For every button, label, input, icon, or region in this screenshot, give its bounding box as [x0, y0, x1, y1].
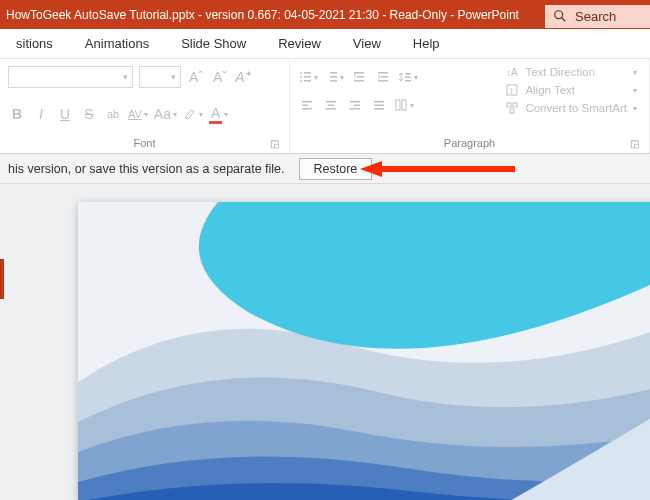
svg-rect-7: [304, 80, 311, 82]
svg-rect-15: [381, 76, 388, 78]
line-spacing-button[interactable]: ▾: [398, 66, 418, 88]
svg-rect-38: [513, 103, 517, 107]
svg-rect-16: [378, 80, 388, 82]
svg-point-0: [555, 11, 563, 19]
numbering-icon: [324, 70, 338, 84]
chevron-down-icon: ▾: [414, 73, 418, 82]
search-label: Search: [575, 9, 616, 24]
svg-rect-24: [328, 105, 334, 107]
font-color-button[interactable]: A▾: [209, 103, 228, 125]
title-bar-text: HowToGeek AutoSave Tutorial.pptx - versi…: [0, 8, 545, 22]
highlight-icon: [183, 107, 197, 121]
ribbon-body: ▾ ▾ Aˆ Aˇ A✦ B I U S ab AV▾ Aa▾ ▾ A▾ Fon…: [0, 59, 650, 154]
chevron-down-icon: ▾: [633, 104, 637, 113]
chevron-down-icon: ▾: [224, 110, 228, 119]
align-right-button[interactable]: [346, 94, 364, 116]
change-case-button[interactable]: Aa▾: [154, 103, 177, 125]
restore-message: his version, or save this version as a s…: [8, 162, 285, 176]
chevron-down-icon: ▾: [144, 110, 148, 119]
paragraph-group: ▾ ▾ ▾ ▾ ↕A Text Direction▾: [290, 59, 650, 153]
numbering-button[interactable]: ▾: [324, 66, 344, 88]
ribbon-tabs: sitions Animations Slide Show Review Vie…: [0, 29, 650, 59]
bullets-icon: [298, 70, 312, 84]
increase-font-size-button[interactable]: Aˆ: [187, 66, 205, 88]
font-highlight-button[interactable]: ▾: [183, 103, 203, 125]
svg-rect-13: [354, 80, 364, 82]
bold-button[interactable]: B: [8, 103, 26, 125]
text-shadow-button[interactable]: ab: [104, 103, 122, 125]
svg-rect-19: [405, 80, 411, 82]
font-group: ▾ ▾ Aˆ Aˇ A✦ B I U S ab AV▾ Aa▾ ▾ A▾ Fon…: [0, 59, 290, 153]
character-spacing-button[interactable]: AV▾: [128, 103, 148, 125]
align-left-button[interactable]: [298, 94, 316, 116]
decrease-font-size-button[interactable]: Aˇ: [211, 66, 229, 88]
columns-icon: [394, 98, 408, 112]
columns-button[interactable]: ▾: [394, 94, 414, 116]
thumbnail-accent: [0, 259, 4, 299]
svg-rect-22: [302, 108, 312, 110]
slide-editor-area: [0, 184, 650, 500]
increase-indent-button[interactable]: [374, 66, 392, 88]
font-name-combo[interactable]: ▾: [8, 66, 133, 88]
chevron-down-icon: ▾: [123, 72, 128, 82]
justify-button[interactable]: [370, 94, 388, 116]
svg-rect-14: [378, 72, 388, 74]
slide-background-art: [78, 202, 650, 500]
svg-text:‡: ‡: [509, 86, 513, 95]
align-text-icon: ‡: [505, 83, 519, 97]
chevron-down-icon: ▾: [633, 68, 637, 77]
dialog-launcher-icon[interactable]: ◲: [630, 138, 639, 149]
svg-rect-28: [350, 108, 360, 110]
tab-review[interactable]: Review: [262, 29, 337, 59]
svg-rect-10: [330, 80, 337, 82]
svg-point-4: [300, 76, 302, 78]
restore-button[interactable]: Restore: [299, 158, 373, 180]
tab-slide-show[interactable]: Slide Show: [165, 29, 262, 59]
svg-rect-31: [374, 108, 384, 110]
svg-rect-3: [304, 72, 311, 74]
svg-rect-39: [510, 109, 514, 113]
chevron-down-icon: ▾: [199, 110, 203, 119]
bullets-button[interactable]: ▾: [298, 66, 318, 88]
chevron-down-icon: ▾: [171, 72, 176, 82]
font-size-combo[interactable]: ▾: [139, 66, 181, 88]
align-text-button[interactable]: ‡ Align Text▾: [505, 83, 637, 97]
justify-icon: [372, 98, 386, 112]
tab-animations[interactable]: Animations: [69, 29, 165, 59]
strikethrough-button[interactable]: S: [80, 103, 98, 125]
text-direction-button[interactable]: ↕A Text Direction▾: [505, 65, 637, 79]
align-center-button[interactable]: [322, 94, 340, 116]
svg-rect-33: [402, 100, 406, 110]
italic-button[interactable]: I: [32, 103, 50, 125]
search-box[interactable]: Search: [545, 5, 650, 28]
chevron-down-icon: ▾: [173, 110, 177, 119]
svg-point-6: [300, 80, 302, 82]
text-direction-icon: ↕A: [505, 65, 519, 79]
decrease-indent-button[interactable]: [350, 66, 368, 88]
tab-view[interactable]: View: [337, 29, 397, 59]
svg-rect-18: [405, 77, 411, 79]
align-center-icon: [324, 98, 338, 112]
convert-smartart-button[interactable]: Convert to SmartArt▾: [505, 101, 637, 115]
svg-text:↕A: ↕A: [506, 67, 518, 78]
align-right-icon: [348, 98, 362, 112]
paragraph-group-label: Paragraph◲: [298, 137, 641, 151]
clear-formatting-button[interactable]: A✦: [235, 66, 253, 88]
tab-transitions[interactable]: sitions: [0, 29, 69, 59]
chevron-down-icon: ▾: [633, 86, 637, 95]
indent-icon: [376, 70, 390, 84]
slide-canvas[interactable]: [78, 202, 650, 500]
annotation-arrow-icon: [360, 160, 515, 178]
dialog-launcher-icon[interactable]: ◲: [270, 138, 279, 149]
underline-button[interactable]: U: [56, 103, 74, 125]
svg-rect-29: [374, 101, 384, 103]
svg-rect-17: [405, 73, 411, 75]
svg-rect-25: [326, 108, 336, 110]
svg-rect-9: [330, 76, 337, 78]
svg-rect-21: [302, 105, 308, 107]
align-left-icon: [300, 98, 314, 112]
tab-help[interactable]: Help: [397, 29, 456, 59]
svg-rect-5: [304, 76, 311, 78]
svg-rect-32: [396, 100, 400, 110]
svg-rect-20: [302, 101, 312, 103]
